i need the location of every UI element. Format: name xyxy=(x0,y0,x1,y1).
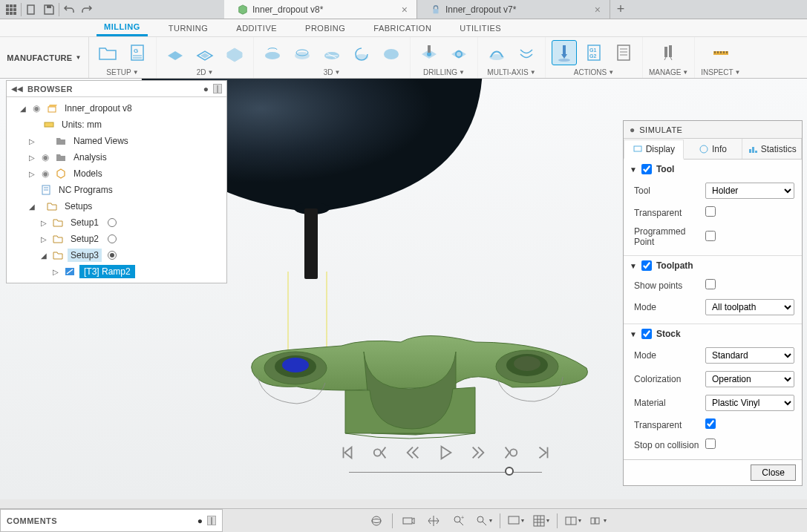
drill-basic-icon[interactable] xyxy=(416,40,442,65)
tree-analysis[interactable]: ▷◉ Analysis xyxy=(7,149,226,165)
stock-transparent-check[interactable] xyxy=(705,418,716,429)
stock-mode-select[interactable]: Standard xyxy=(705,347,794,364)
ribbon-tab-fabrication[interactable]: FABRICATION xyxy=(366,19,439,36)
slider-handle[interactable] xyxy=(505,467,514,476)
file-tab-inactive[interactable]: Inner_dropout v7* × xyxy=(417,0,610,19)
material-select[interactable]: Plastic Vinyl xyxy=(705,395,794,411)
tree-units[interactable]: Units: mm xyxy=(7,116,226,133)
radial-3d-icon[interactable] xyxy=(379,40,404,65)
colorization-select[interactable]: Operation xyxy=(705,371,794,387)
simulate-icon[interactable] xyxy=(552,40,577,65)
contour-2d-icon[interactable] xyxy=(192,40,218,65)
post-process-icon[interactable]: G1G2 xyxy=(581,40,607,65)
folder-open-icon[interactable] xyxy=(95,40,120,65)
eye-icon[interactable]: ◉ xyxy=(39,152,51,162)
sim-tab-statistics[interactable]: Statistics xyxy=(742,139,802,159)
comments-settings-icon[interactable]: ● xyxy=(197,516,203,526)
eye-icon[interactable]: ◉ xyxy=(39,168,51,179)
close-icon[interactable]: × xyxy=(595,4,601,16)
file-new-icon[interactable] xyxy=(23,1,39,18)
ribbon-tab-milling[interactable]: MILLING xyxy=(97,19,148,36)
sim-section-stock[interactable]: ▼Stock xyxy=(624,324,802,344)
ribbon-tab-probing[interactable]: PROBING xyxy=(298,19,353,36)
toolpath-mode-select[interactable]: All toolpath xyxy=(705,299,794,315)
active-setup-radio[interactable] xyxy=(108,218,117,227)
browser-settings-icon[interactable]: ● xyxy=(203,84,209,94)
pan-icon[interactable] xyxy=(424,512,443,530)
skip-start-icon[interactable] xyxy=(337,442,358,463)
stop-collision-check[interactable] xyxy=(705,439,716,449)
ribbon-tab-turning[interactable]: TURNING xyxy=(161,19,216,36)
show-points-check[interactable] xyxy=(705,279,716,289)
drill-bore-icon[interactable] xyxy=(446,40,471,65)
save-icon[interactable] xyxy=(41,1,57,18)
tool-section-check[interactable] xyxy=(641,164,652,174)
multi-flow-icon[interactable] xyxy=(514,40,539,65)
svg-rect-1 xyxy=(10,4,13,7)
tool-select[interactable]: Holder xyxy=(705,183,794,199)
spiral-3d-icon[interactable] xyxy=(349,40,374,65)
look-at-icon[interactable] xyxy=(399,512,418,530)
active-setup-radio[interactable] xyxy=(108,251,117,260)
swarf-icon[interactable] xyxy=(484,40,509,65)
sim-section-toolpath[interactable]: ▼Toolpath xyxy=(624,255,802,275)
ribbon-group-inspect: INSPECT▼ xyxy=(695,37,746,78)
orbit-icon[interactable] xyxy=(367,512,386,530)
gcode-sheet-icon[interactable]: G xyxy=(125,40,150,65)
tree-setup2[interactable]: ▷ Setup2 xyxy=(7,231,226,247)
close-icon[interactable]: × xyxy=(402,4,408,16)
ribbon-tab-additive[interactable]: ADDITIVE xyxy=(229,19,284,36)
programmed-point-check[interactable] xyxy=(705,231,716,241)
eye-icon[interactable]: ◉ xyxy=(30,103,42,114)
face-mill-icon[interactable] xyxy=(163,40,188,65)
scallop-3d-icon[interactable] xyxy=(319,40,344,65)
svg-rect-65 xyxy=(634,146,641,151)
file-tab-active[interactable]: Inner_dropout v8* × xyxy=(224,0,417,19)
active-setup-radio[interactable] xyxy=(108,234,117,243)
browser-pin-icon[interactable]: | xyxy=(213,84,222,93)
tree-models[interactable]: ▷◉ Models xyxy=(7,165,226,182)
tree-setup3[interactable]: ◢ Setup3 xyxy=(7,247,226,263)
tool-library-icon[interactable] xyxy=(656,40,682,65)
sim-tab-display[interactable]: Display xyxy=(624,139,684,160)
zoom-fit-icon[interactable]: + xyxy=(449,512,468,530)
add-tab-button[interactable]: + xyxy=(610,0,631,19)
multi-view-icon[interactable]: ▼ xyxy=(589,512,608,530)
measure-icon[interactable] xyxy=(708,40,734,65)
sim-section-tool[interactable]: ▼Tool xyxy=(624,160,802,179)
zoom-icon[interactable]: ▼ xyxy=(474,512,494,530)
rewind-loop-icon[interactable] xyxy=(370,442,391,463)
stock-section-check[interactable] xyxy=(641,329,652,339)
comments-pin-icon[interactable]: | xyxy=(207,516,216,525)
undo-icon[interactable] xyxy=(61,1,77,18)
play-icon[interactable] xyxy=(435,442,456,463)
ribbon-tab-utilities[interactable]: UTILITIES xyxy=(452,19,509,36)
app-menu-icon[interactable] xyxy=(3,1,19,18)
playback-slider[interactable] xyxy=(349,472,542,473)
tree-nc-programs[interactable]: NC Programs xyxy=(7,182,226,198)
pocket-2d-icon[interactable] xyxy=(222,40,247,65)
redo-icon[interactable] xyxy=(79,1,95,18)
tree-root[interactable]: ◢ ◉ Inner_dropout v8 xyxy=(7,100,226,116)
skip-end-icon[interactable] xyxy=(533,442,554,463)
collapse-icon[interactable]: ◀◀ xyxy=(11,85,23,93)
workspace-selector[interactable]: MANUFACTURE▼ xyxy=(0,37,89,78)
adaptive-3d-icon[interactable] xyxy=(260,40,285,65)
tree-setup1[interactable]: ▷ Setup1 xyxy=(7,214,226,231)
setup-sheet-icon[interactable] xyxy=(611,40,636,65)
step-forward-icon[interactable] xyxy=(468,442,489,463)
tree-setups[interactable]: ◢ Setups xyxy=(7,198,226,214)
display-settings-icon[interactable]: ▼ xyxy=(506,512,526,530)
parallel-3d-icon[interactable] xyxy=(290,40,315,65)
grid-settings-icon[interactable]: ▼ xyxy=(532,512,551,530)
toolpath-section-check[interactable] xyxy=(641,260,652,271)
close-button[interactable]: Close xyxy=(751,464,796,481)
comments-panel[interactable]: COMMENTS ● | xyxy=(0,509,223,532)
viewport-settings-icon[interactable]: ▼ xyxy=(563,512,583,530)
sim-tab-info[interactable]: Info xyxy=(684,139,743,159)
tree-ramp2[interactable]: ▷ [T3] Ramp2 xyxy=(7,263,226,280)
tree-named-views[interactable]: ▷ Named Views xyxy=(7,133,226,149)
step-back-icon[interactable] xyxy=(402,442,423,463)
ffwd-loop-icon[interactable] xyxy=(500,442,521,463)
tool-transparent-check[interactable] xyxy=(705,206,716,217)
